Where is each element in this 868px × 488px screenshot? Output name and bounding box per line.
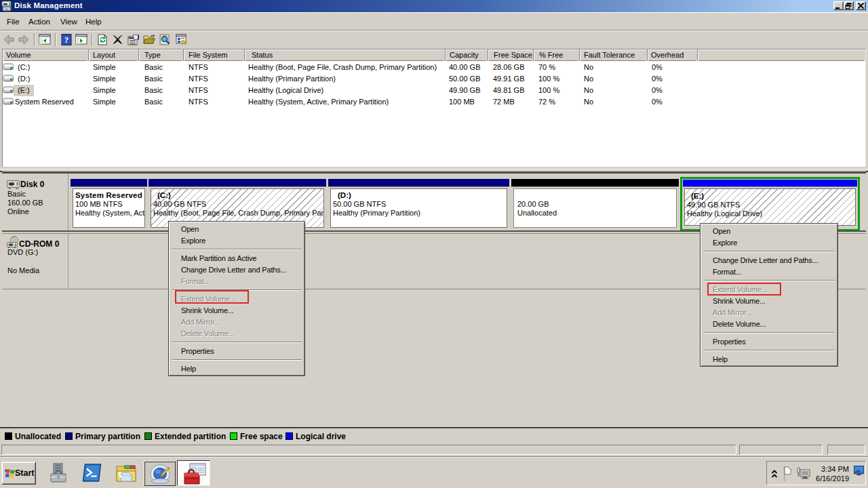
svg-text:?: ? [64,35,69,45]
